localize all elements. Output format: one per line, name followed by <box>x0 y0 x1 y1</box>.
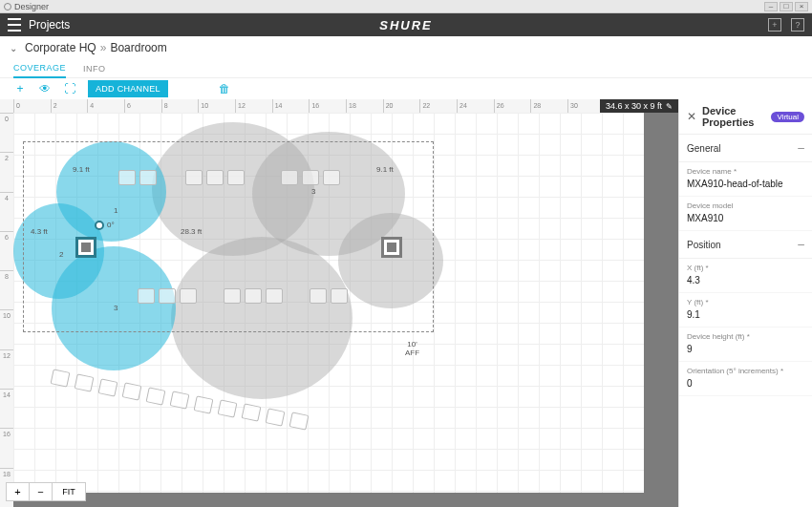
trash-icon[interactable]: 🗑 <box>218 82 231 95</box>
projects-link[interactable]: Projects <box>29 18 70 32</box>
floor-plan[interactable]: 4.3 ft 9.1 ft 9.1 ft 28.3 ft 0° 1 2 3 3 … <box>13 113 644 493</box>
label-distance-left: 4.3 ft <box>31 227 48 236</box>
dimensions-text: 34.6 x 30 x 9 ft <box>606 101 662 111</box>
field-orientation: Orientation (5° increments) * <box>679 362 812 396</box>
zoom-controls: + − FIT <box>6 482 86 501</box>
dimensions-readout: 34.6 x 30 x 9 ft ✎ <box>600 99 678 113</box>
add-page-icon[interactable]: + <box>768 18 781 32</box>
chair <box>227 170 245 185</box>
chair <box>170 391 190 409</box>
panel-title: Device Properties <box>702 105 765 128</box>
section-general-label: General <box>687 143 721 154</box>
app-icon <box>4 3 11 11</box>
device-secondary[interactable] <box>381 237 402 258</box>
ruler-corner <box>0 99 13 113</box>
section-position[interactable]: Position – <box>679 231 812 259</box>
label-distance-center: 28.3 ft <box>181 227 202 236</box>
breadcrumb-location[interactable]: Corporate HQ <box>25 41 96 54</box>
edit-dimensions-icon[interactable]: ✎ <box>666 102 673 111</box>
chair <box>98 378 118 396</box>
chair <box>323 170 340 185</box>
orientation-input[interactable] <box>687 378 804 389</box>
y-label: Y (ft) * <box>687 298 804 306</box>
tabs-bar: COVERAGE INFO <box>0 59 812 78</box>
zoom-in-button[interactable]: + <box>7 483 30 500</box>
visibility-icon[interactable]: 👁 <box>38 82 52 95</box>
field-x: X (ft) * <box>679 259 812 293</box>
chair <box>185 170 203 185</box>
field-device-name: Device name * <box>679 162 812 197</box>
collapse-icon[interactable]: – <box>798 238 804 251</box>
label-lobe-2: 2 <box>59 250 63 259</box>
chair <box>75 373 95 391</box>
label-lobe-3b: 3 <box>311 187 315 196</box>
section-general[interactable]: General – <box>679 135 812 162</box>
field-y: Y (ft) * <box>679 293 812 327</box>
chair <box>118 170 136 185</box>
chair <box>218 399 238 417</box>
close-window-button[interactable]: × <box>795 2 808 11</box>
help-icon[interactable]: ? <box>791 18 804 32</box>
toolbar: + 👁 ⛶ ADD CHANNEL 🗑 <box>0 78 812 99</box>
label-angle: 0° <box>107 221 115 229</box>
ruler-vertical: 024681012141618 <box>0 113 13 507</box>
breadcrumb-separator: » <box>100 41 107 54</box>
collapse-icon[interactable]: – <box>798 141 804 155</box>
minimize-button[interactable]: – <box>764 2 778 11</box>
add-channel-button[interactable]: ADD CHANNEL <box>88 80 168 97</box>
hamburger-menu-icon[interactable] <box>8 18 21 32</box>
chair <box>224 288 241 304</box>
expand-icon[interactable]: ⛶ <box>63 82 76 95</box>
tab-coverage[interactable]: COVERAGE <box>13 63 66 78</box>
chair <box>302 170 319 185</box>
chair <box>289 412 310 430</box>
chair <box>331 288 348 304</box>
label-lobe-3: 3 <box>114 304 118 312</box>
field-height: Device height (ft) * <box>679 327 812 362</box>
chair <box>266 288 283 304</box>
chair <box>159 288 176 304</box>
device-model-label: Device model <box>687 201 804 210</box>
maximize-button[interactable]: □ <box>780 2 793 11</box>
label-lobe-1: 1 <box>114 206 118 215</box>
device-model-value: MXA910 <box>687 213 804 223</box>
chair <box>242 403 262 421</box>
chair <box>122 382 142 400</box>
label-aff: 10' AFF <box>405 340 419 357</box>
orientation-label: Orientation (5° increments) * <box>687 367 804 375</box>
chair <box>310 288 327 304</box>
chair <box>266 408 286 426</box>
label-distance-right: 9.1 ft <box>376 165 394 174</box>
chair <box>194 395 214 413</box>
canvas-area[interactable]: 0246810121416182022242628303234 02468101… <box>0 99 678 507</box>
x-input[interactable] <box>687 275 804 285</box>
height-label: Device height (ft) * <box>687 332 804 341</box>
zoom-out-button[interactable]: − <box>30 483 53 500</box>
chair <box>206 170 224 185</box>
zoom-fit-button[interactable]: FIT <box>53 483 85 500</box>
device-selected[interactable] <box>75 237 96 258</box>
chair <box>281 170 298 185</box>
chair <box>180 288 197 304</box>
back-chevron-icon[interactable]: ⌄ <box>10 43 17 53</box>
y-input[interactable] <box>687 309 804 320</box>
x-label: X (ft) * <box>687 264 804 272</box>
virtual-badge: Virtual <box>771 112 804 122</box>
chair <box>245 288 262 304</box>
breadcrumb-room[interactable]: Boardroom <box>110 41 166 54</box>
chair <box>51 369 71 387</box>
properties-panel: ✕ Device Properties Virtual General – De… <box>678 99 812 507</box>
device-name-input[interactable] <box>687 179 804 189</box>
chair <box>146 387 166 405</box>
add-icon[interactable]: + <box>13 82 27 95</box>
brand-logo: SHURE <box>379 18 433 32</box>
close-panel-icon[interactable]: ✕ <box>687 110 696 123</box>
tab-info[interactable]: INFO <box>83 64 106 77</box>
chair <box>138 288 155 304</box>
rotation-handle[interactable] <box>95 221 104 230</box>
height-input[interactable] <box>687 344 804 354</box>
app-name: Designer <box>14 2 49 11</box>
breadcrumb: ⌄ Corporate HQ » Boardroom <box>0 36 812 59</box>
app-bar: Projects SHURE + ? <box>0 13 812 36</box>
chair <box>139 170 157 185</box>
